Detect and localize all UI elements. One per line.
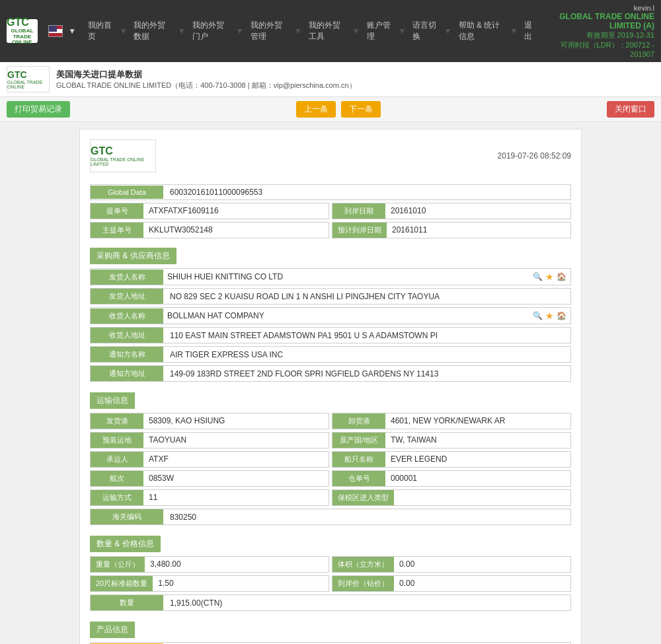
notify-name-value: AIR TIGER EXPRESS USA INC xyxy=(163,347,570,362)
doc-header: GTC GLOBAL TRADE ONLINE LIMITED 2019-07-… xyxy=(90,139,571,178)
qty-price-section: 数量 & 价格信息 重量（公斤） 3,480.00 体积（立方米） 0.00 2… xyxy=(90,529,571,611)
consignee-name-field: BOLLMAN HAT COMPANY 🔍 ★ 🏠 xyxy=(163,308,570,324)
nav-trade-data[interactable]: 我的外贸数据 xyxy=(130,20,175,42)
transport-mode-value: 11 xyxy=(143,490,329,505)
prev-button[interactable]: 上一条 xyxy=(296,101,336,118)
pre-transport-box: 预装运地 TAOYUAN xyxy=(90,432,329,448)
consignee-addr-value: 110 EAST MAIN STREET ADAMSTOWN PA1 9501 … xyxy=(163,328,570,343)
bill-arrival-row: 提单号 ATXFATXF1609116 到岸日期 20161010 xyxy=(90,203,571,219)
carrier-label: 承运人 xyxy=(91,452,143,467)
shipper-home-icon[interactable]: 🏠 xyxy=(557,272,566,281)
country-label: 原产国/地区 xyxy=(332,433,385,448)
bonded-label: 保税区进入类型 xyxy=(332,490,394,505)
weight-volume-row: 重量（公斤） 3,480.00 体积（立方米） 0.00 xyxy=(90,556,571,573)
nav-foreign-tools[interactable]: 我的外贸工具 xyxy=(305,20,350,42)
carrier-vessel-row: 承运人 ATXF 船只名称 EVER LEGEND xyxy=(90,451,571,468)
next-button[interactable]: 下一条 xyxy=(341,101,381,118)
nav-home[interactable]: 我的首页 xyxy=(84,20,116,42)
print-button[interactable]: 打印贸易记录 xyxy=(7,101,70,118)
container20-value: 1.50 xyxy=(153,576,329,591)
qty-row: 数量 1,915.00(CTN) xyxy=(90,594,571,611)
header-company-info: 美国海关进口提单数据 GLOBAL TRADE ONLINE LIMITED（电… xyxy=(56,69,356,90)
qty-price-header: 数量 & 价格信息 xyxy=(90,536,161,552)
pre-transport-row: 预装运地 TAOYUAN 原产国/地区 TW, TAIWAN xyxy=(90,432,571,448)
close-button[interactable]: 关闭窗口 xyxy=(607,101,654,118)
shipper-search-icon[interactable]: 🔍 xyxy=(533,272,543,281)
notify-name-row: 通知方名称 AIR TIGER EXPRESS USA INC xyxy=(90,346,571,363)
transport-mode-label: 运输方式 xyxy=(91,490,143,505)
logo: GTC GLOBALTRADE ONLINE xyxy=(7,19,38,43)
port-row: 发货港 58309, KAO HSIUNG 卸货港 4601, NEW YORK… xyxy=(90,413,571,429)
nav-foreign-portal[interactable]: 我的外贸门户 xyxy=(188,20,233,42)
arrival-date-box: 到岸日期 20161010 xyxy=(332,203,571,219)
consignee-addr-label: 收货人地址 xyxy=(91,328,163,343)
origin-port-label: 发货港 xyxy=(91,413,143,429)
flag-usa xyxy=(48,25,63,37)
doc-logo-subtext: GLOBAL TRADE ONLINE LIMITED xyxy=(91,157,155,166)
voyage-label: 航次 xyxy=(91,471,143,486)
flag-canton xyxy=(49,26,57,32)
carrier-value: ATXF xyxy=(143,452,329,467)
doc-logo: GTC GLOBAL TRADE ONLINE LIMITED xyxy=(90,139,156,172)
doc-datetime: 2019-07-26 08:52:09 xyxy=(498,151,571,161)
buyer-supplier-header: 采购商 & 供应商信息 xyxy=(90,248,176,264)
weight-value: 3,480.00 xyxy=(145,557,329,572)
nav-foreign-manage[interactable]: 我的外贸管理 xyxy=(247,20,292,42)
shipper-addr-label: 发货人地址 xyxy=(91,289,163,304)
dest-port-value: 4601, NEW YORK/NEWARK AR xyxy=(385,413,570,429)
consignee-name-row: 收货人名称 BOLLMAN HAT COMPANY 🔍 ★ 🏠 xyxy=(90,307,571,324)
shipper-name-value: SHIUH HUEI KNITTING CO LTD xyxy=(167,272,530,281)
ldr-info: 可用时段（LDR）：200712 - 201907 xyxy=(543,40,654,58)
arrival-date-label: 到岸日期 xyxy=(332,203,385,219)
transport-section: 运输信息 发货港 58309, KAO HSIUNG 卸货港 4601, NEW… xyxy=(90,386,571,525)
header-bar: GTC GLOBAL TRADE ONLINE 美国海关进口提单数据 GLOBA… xyxy=(0,62,661,97)
consignee-search-icon[interactable]: 🔍 xyxy=(533,311,543,320)
qty-label: 数量 xyxy=(91,595,163,610)
product-section: 产品信息 集装箱编号 KKFU9148595（/ L /） 集装箱尺寸 4000… xyxy=(90,615,571,644)
nav-account[interactable]: 账户管理 xyxy=(363,20,395,42)
est-arrival-box: 预计到岸日期 20161011 xyxy=(332,222,571,238)
container20-box: 20尺标准箱数量 1.50 xyxy=(90,575,329,592)
nav-language[interactable]: 语言切换 xyxy=(408,20,441,42)
country-value: TW, TAIWAN xyxy=(385,433,570,448)
dest-port-label: 卸货港 xyxy=(332,413,385,429)
consignee-star-icon[interactable]: ★ xyxy=(545,310,554,321)
voyage-container-row: 航次 0853W 仓单号 000001 xyxy=(90,470,571,487)
consignee-name-value: BOLLMAN HAT COMPANY xyxy=(167,311,530,320)
brand-name: GLOBAL TRADE ONLINE LIMITED (A) xyxy=(543,12,654,30)
notify-addr-value: 149-09 183RD STREET 2ND FLOOR SPRI NGFIE… xyxy=(163,367,570,381)
toolbar: 打印贸易记录 上一条 下一条 关闭窗口 xyxy=(0,97,661,122)
pre-transport-value: TAOYUAN xyxy=(143,433,329,448)
main-content: GTC GLOBAL TRADE ONLINE LIMITED 2019-07-… xyxy=(0,122,661,644)
weight-box: 重量（公斤） 3,480.00 xyxy=(90,556,329,573)
est-arrival-label: 预计到岸日期 xyxy=(332,223,387,238)
customs-code-row: 海关编码 830250 xyxy=(90,509,571,525)
consignee-home-icon[interactable]: 🏠 xyxy=(557,311,566,320)
buyer-supplier-section: 采购商 & 供应商信息 发货人名称 SHIUH HUEI KNITTING CO… xyxy=(90,241,571,382)
master-bill-box: 主提单号 KKLUTW3052148 xyxy=(90,222,329,238)
transport-mode-box: 运输方式 11 xyxy=(90,489,329,506)
volume-box: 体积（立方米） 0.00 xyxy=(332,556,571,573)
shipper-name-field: SHIUH HUEI KNITTING CO LTD 🔍 ★ 🏠 xyxy=(163,269,570,285)
pre-transport-label: 预装运地 xyxy=(91,433,143,448)
customs-code-label: 海关编码 xyxy=(91,509,163,524)
arrival-price-box: 到岸价（钻价） 0.00 xyxy=(332,575,571,592)
document-container: GTC GLOBAL TRADE ONLINE LIMITED 2019-07-… xyxy=(79,129,582,644)
product-header: 产品信息 xyxy=(90,622,135,638)
voyage-value: 0853W xyxy=(143,471,329,486)
user-name: kevin.l xyxy=(543,4,654,12)
origin-port-box: 发货港 58309, KAO HSIUNG xyxy=(90,413,329,429)
shipper-star-icon[interactable]: ★ xyxy=(545,271,554,282)
origin-port-value: 58309, KAO HSIUNG xyxy=(143,413,329,429)
logo-gtc-text: GTC xyxy=(7,17,38,28)
top-navigation: GTC GLOBALTRADE ONLINE ▼ 我的首页 ▼ 我的外贸数据 ▼… xyxy=(0,0,661,62)
nav-help[interactable]: 帮助 & 统计信息 xyxy=(455,20,508,42)
header-logo-subtext: GLOBAL TRADE ONLINE xyxy=(7,80,49,89)
page-title: 美国海关进口提单数据 xyxy=(56,69,356,81)
nav-logout[interactable]: 退出 xyxy=(520,20,541,42)
bill-no-box: 提单号 ATXFATXF1609116 xyxy=(90,203,329,219)
carrier-box: 承运人 ATXF xyxy=(90,451,329,468)
arrival-price-label: 到岸价（钻价） xyxy=(332,576,394,591)
flag-dropdown-icon[interactable]: ▼ xyxy=(68,26,76,36)
master-bill-label: 主提单号 xyxy=(91,223,143,238)
